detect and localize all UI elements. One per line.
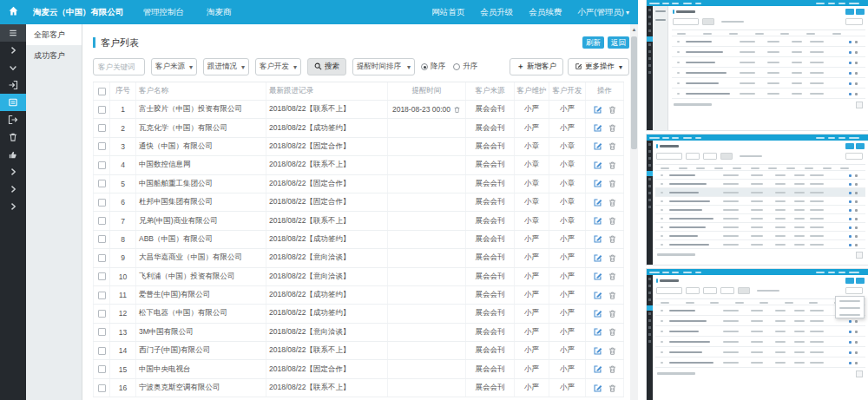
chevron-down-rail-button[interactable] xyxy=(0,59,26,76)
delete-icon[interactable] xyxy=(608,253,617,263)
chevron-right-rail-button[interactable] xyxy=(0,180,26,198)
delete-icon[interactable] xyxy=(608,234,617,244)
sidebar-item-all-customers[interactable]: 全部客户 xyxy=(26,24,82,45)
delete-icon[interactable] xyxy=(608,291,617,300)
mini-table-row xyxy=(672,68,865,78)
sort-asc-radio[interactable]: 升序 xyxy=(453,62,477,72)
scroll-thumb[interactable] xyxy=(631,36,637,149)
search-button[interactable]: 搜索 xyxy=(307,58,346,75)
mini-action-button xyxy=(856,278,865,284)
chevron-right-rail-button[interactable] xyxy=(0,198,26,215)
delete-icon[interactable] xyxy=(608,364,617,374)
more-actions-button[interactable]: 更多操作▾ xyxy=(568,58,629,75)
refresh-button[interactable]: 刷新 xyxy=(582,36,604,49)
chevron-right-rail-button[interactable] xyxy=(0,42,26,59)
edit-icon[interactable] xyxy=(593,234,602,244)
vertical-scrollbar[interactable]: ▲ xyxy=(630,24,638,400)
thumbs-up-rail-button[interactable] xyxy=(0,146,26,163)
sidebar-item-success-customers[interactable]: 成功客户 xyxy=(26,45,82,66)
select-all-checkbox[interactable] xyxy=(98,88,106,95)
source-select[interactable]: 客户来源▾ xyxy=(151,58,197,75)
delete-icon[interactable] xyxy=(608,309,617,318)
edit-icon[interactable] xyxy=(593,291,602,300)
delete-icon[interactable] xyxy=(608,141,617,151)
delete-icon[interactable] xyxy=(608,123,617,133)
row-checkbox[interactable] xyxy=(98,292,106,299)
edit-icon[interactable] xyxy=(593,253,602,263)
row-checkbox[interactable] xyxy=(98,217,106,225)
customer-name: 中国船舶重工集团公司 xyxy=(136,175,266,193)
row-checkbox[interactable] xyxy=(98,161,106,169)
edit-icon[interactable] xyxy=(593,272,602,281)
develop-select[interactable]: 客户开发▾ xyxy=(255,58,301,75)
row-checkbox[interactable] xyxy=(98,180,106,187)
edit-icon[interactable] xyxy=(593,123,602,133)
top-menu-console[interactable]: 管理控制台 xyxy=(143,7,185,18)
followup-select[interactable]: 跟进情况▾ xyxy=(203,58,249,75)
preview-window-2[interactable] xyxy=(647,134,868,265)
row-checkbox[interactable] xyxy=(98,199,106,207)
list-rail-button[interactable] xyxy=(0,94,26,111)
sign-in-rail-button[interactable] xyxy=(0,76,26,94)
add-customer-button[interactable]: ＋新增客户 xyxy=(510,58,563,75)
row-checkbox[interactable] xyxy=(98,347,106,355)
row-checkbox[interactable] xyxy=(98,235,106,243)
placeholder-bar xyxy=(677,41,680,43)
sign-out-rail-button[interactable] xyxy=(0,111,26,128)
scroll-up-arrow[interactable]: ▲ xyxy=(630,24,638,35)
user-menu[interactable]: 小严(管理员)▾ xyxy=(577,7,629,18)
home-button[interactable] xyxy=(0,0,26,24)
preview-window-3[interactable] xyxy=(647,269,868,400)
top-link-renew[interactable]: 会员续费 xyxy=(529,7,562,18)
row-checkbox[interactable] xyxy=(98,124,106,132)
edit-icon[interactable] xyxy=(593,327,602,337)
menu-rail-button[interactable] xyxy=(0,24,26,42)
edit-icon[interactable] xyxy=(593,309,602,318)
row-checkbox[interactable] xyxy=(98,365,106,373)
sort-select[interactable]: 提醒时间排序▾ xyxy=(352,58,415,75)
edit-icon[interactable] xyxy=(593,141,602,151)
row-checkbox[interactable] xyxy=(98,328,106,336)
keyword-input[interactable] xyxy=(93,58,145,75)
delete-icon[interactable] xyxy=(608,198,617,207)
trash-rail-button[interactable] xyxy=(0,128,26,146)
sort-desc-radio[interactable]: 降序 xyxy=(421,62,445,72)
edit-icon[interactable] xyxy=(593,179,602,188)
delete-icon[interactable] xyxy=(608,105,617,115)
delete-icon[interactable] xyxy=(608,327,617,337)
row-checkbox[interactable] xyxy=(98,272,106,280)
top-link-home[interactable]: 网站首页 xyxy=(431,7,464,18)
delete-icon[interactable] xyxy=(608,346,617,356)
edit-icon[interactable] xyxy=(593,105,602,115)
edit-icon[interactable] xyxy=(593,346,602,356)
row-checkbox[interactable] xyxy=(98,106,106,114)
delete-icon[interactable] xyxy=(608,216,617,226)
row-checkbox[interactable] xyxy=(98,254,106,262)
edit-icon[interactable] xyxy=(593,161,602,170)
remind-time xyxy=(388,305,466,322)
delete-icon[interactable] xyxy=(608,272,617,281)
mini-table-row xyxy=(655,326,865,337)
back-button[interactable]: 返回 xyxy=(608,36,629,49)
clear-remind-icon[interactable] xyxy=(453,106,461,114)
edit-icon[interactable] xyxy=(593,364,602,374)
delete-icon[interactable] xyxy=(608,179,617,188)
chevron-right-rail-button[interactable] xyxy=(0,163,26,180)
delete-icon[interactable] xyxy=(608,384,617,393)
row-checkbox[interactable] xyxy=(98,384,106,392)
preview-window-1[interactable] xyxy=(647,0,868,130)
row-checkbox[interactable] xyxy=(98,142,106,150)
edit-icon[interactable] xyxy=(593,384,602,393)
placeholder-bar xyxy=(809,302,818,304)
top-menu-taomai[interactable]: 淘麦商 xyxy=(207,7,232,18)
delete-icon[interactable] xyxy=(608,161,617,170)
col-header-remind[interactable]: 提醒时间 xyxy=(388,82,466,100)
row-index: 6 xyxy=(110,193,136,211)
row-checkbox[interactable] xyxy=(98,310,106,318)
edit-icon[interactable] xyxy=(593,198,602,207)
top-link-upgrade[interactable]: 会员升级 xyxy=(480,7,513,18)
placeholder-bar xyxy=(669,320,707,322)
mini-pager xyxy=(856,370,863,377)
edit-icon[interactable] xyxy=(593,216,602,226)
mini-topbar xyxy=(647,0,868,6)
